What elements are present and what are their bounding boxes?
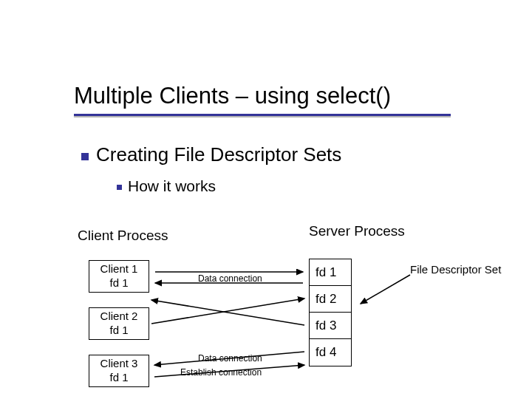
client-name: Client 2 xyxy=(100,310,138,324)
fd-table: fd 1 fd 2 fd 3 fd 4 xyxy=(309,259,352,366)
client-fd: fd 1 xyxy=(109,324,128,338)
data-connection-label-1: Data connection xyxy=(198,273,262,284)
data-connection-label-2: Data connection xyxy=(198,353,262,364)
client-name: Client 1 xyxy=(100,262,138,276)
svg-line-6 xyxy=(361,275,410,304)
title-underline xyxy=(74,114,451,116)
client-name: Client 3 xyxy=(100,357,138,371)
bullet-level2: How it works xyxy=(117,177,216,195)
client-fd: fd 1 xyxy=(109,276,128,290)
fd-cell: fd 2 xyxy=(310,286,351,313)
arrows-layer xyxy=(0,0,532,399)
client-fd: fd 1 xyxy=(109,371,128,385)
bullet-level1-text: Creating File Descriptor Sets xyxy=(96,143,341,166)
establish-connection-label: Establish connection xyxy=(180,367,262,378)
server-process-label: Server Process xyxy=(309,223,405,239)
svg-line-3 xyxy=(151,300,304,325)
client-2-box: Client 2 fd 1 xyxy=(89,307,149,340)
fd-cell: fd 1 xyxy=(310,259,351,286)
svg-line-2 xyxy=(151,299,304,324)
client-3-box: Client 3 fd 1 xyxy=(89,355,149,387)
square-bullet-icon xyxy=(81,153,89,160)
fd-cell: fd 4 xyxy=(310,339,351,366)
bullet-level2-text: How it works xyxy=(128,177,216,194)
slide-title: Multiple Clients – using select() xyxy=(74,83,391,109)
fd-cell: fd 3 xyxy=(310,313,351,339)
client-1-box: Client 1 fd 1 xyxy=(89,260,149,293)
bullet-level1: Creating File Descriptor Sets xyxy=(81,143,341,166)
client-process-label: Client Process xyxy=(78,228,168,244)
square-bullet-icon xyxy=(117,185,122,190)
fd-set-label: File Descriptor Set xyxy=(410,263,501,276)
